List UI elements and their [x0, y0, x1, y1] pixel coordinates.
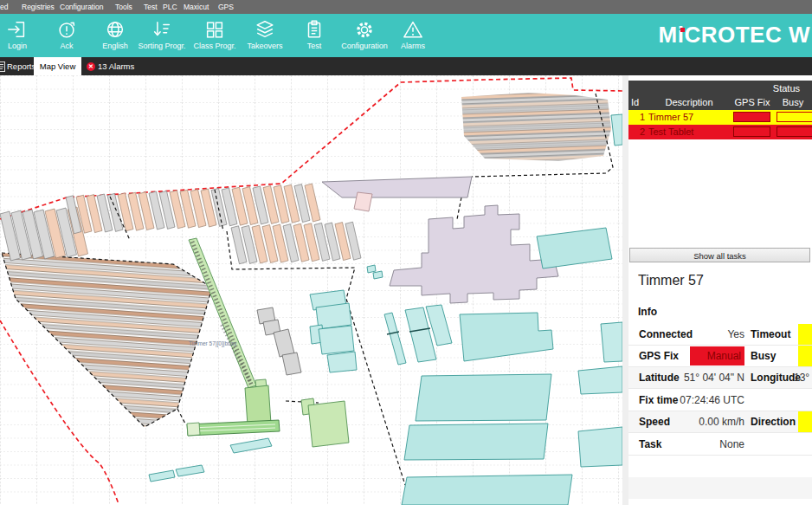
content-area: .pP{fill:#f3cfb8;stroke:#9c8270;stroke-w… — [0, 75, 812, 524]
sort-arrow-icon — [151, 18, 173, 41]
latitude-value: 51° 04' 04" N — [663, 372, 744, 384]
row-id: 1 — [628, 110, 645, 125]
tab-bar: Reports Map View ✕ 13 Alarms — [0, 57, 812, 75]
detail-row-latitude: Latitude 51° 04' 04" N Longitude 13° — [628, 367, 812, 389]
connected-value: Yes — [663, 328, 744, 340]
menu-item-registries[interactable]: Registries — [22, 3, 55, 11]
task-label: Task — [639, 438, 661, 450]
menu-item-configuration[interactable]: Configuration — [60, 3, 104, 11]
lumber-bars-cluster — [461, 93, 611, 161]
status-panel: Status Id Description GPS Fix Busy 1 Tim… — [628, 75, 812, 524]
task-value: None — [663, 438, 744, 450]
tab-reports[interactable]: Reports — [0, 57, 33, 75]
menu-item-plc[interactable]: PLC — [163, 3, 177, 11]
tab-map-view[interactable]: Map View — [34, 57, 81, 75]
tab-alarms[interactable]: ✕ 13 Alarms — [83, 57, 140, 75]
vehicle-table-header: Status Id Description GPS Fix Busy — [628, 81, 812, 110]
timeout-value-cell — [798, 324, 812, 345]
gps-fix-label: GPS Fix — [639, 350, 679, 362]
col-description: Description — [647, 97, 731, 107]
report-icon — [0, 61, 5, 72]
row-description: Test Tablet — [648, 125, 693, 139]
logo-red-dot — [680, 28, 685, 32]
menu-item-gps[interactable]: GPS — [218, 3, 234, 11]
warning-triangle-icon — [402, 18, 424, 41]
menu-item-test[interactable]: Test — [144, 3, 158, 11]
detail-row-fixtime: Fix time 07:24:46 UTC — [628, 390, 812, 411]
login-icon — [6, 18, 29, 41]
table-row-test-tablet[interactable]: 2 Test Tablet — [628, 125, 812, 139]
detail-row-speed: Speed 0.00 km/h Direction — [628, 411, 812, 433]
row-id: 2 — [628, 125, 645, 139]
tab-reports-label: Reports — [7, 61, 35, 71]
tab-alarms-label: 13 Alarms — [98, 61, 134, 71]
clipboard-icon — [303, 18, 325, 41]
direction-label: Direction — [751, 416, 796, 428]
busy-status-cell — [777, 126, 812, 137]
empty-row-stripe — [628, 477, 812, 499]
gps-fix-status-cell — [733, 112, 770, 122]
layers-icon — [254, 18, 276, 41]
busy-status-cell — [777, 112, 812, 122]
speed-value: 0.00 km/h — [663, 416, 744, 428]
info-section-label: Info — [638, 306, 657, 318]
timeout-label: Timeout — [751, 328, 790, 340]
tab-map-view-label: Map View — [40, 61, 76, 71]
show-all-tasks-button[interactable]: Show all tasks — [629, 248, 810, 262]
vehicle-label: Timmer 57|[0]|busy — [189, 340, 237, 347]
alarm-error-icon: ✕ — [87, 62, 95, 71]
longitude-value: 13° — [794, 372, 809, 384]
status-group-header: Status — [773, 83, 800, 94]
busy-value-cell — [798, 346, 812, 366]
menu-item-maxicut[interactable]: Maxicut — [184, 3, 209, 11]
map-panel-divider[interactable] — [622, 75, 628, 505]
fix-time-value: 07:24:46 UTC — [663, 394, 744, 406]
menu-bar: ed Registries Configuration Tools Test P… — [0, 0, 812, 14]
detail-row-connected: Connected Yes Timeout — [628, 324, 812, 346]
col-busy: Busy — [773, 97, 812, 107]
map-canvas[interactable]: .pP{fill:#f3cfb8;stroke:#9c8270;stroke-w… — [0, 75, 622, 505]
detail-row-gpsfix: GPS Fix Manual Busy — [628, 346, 812, 367]
menu-item-tools[interactable]: Tools — [115, 3, 132, 11]
alarms-button[interactable]: Alarms — [373, 18, 453, 50]
menu-item-cut[interactable]: ed — [0, 3, 8, 11]
col-gps-fix: GPS Fix — [731, 97, 773, 107]
toolbar: Login Ack English Sorting Progr. Class P… — [0, 14, 812, 57]
grid-squares-icon — [203, 18, 226, 41]
busy-label: Busy — [751, 350, 776, 362]
detail-row-task: Task None — [628, 434, 812, 456]
row-description: Timmer 57 — [648, 110, 693, 125]
alarms-label: Alarms — [373, 42, 453, 50]
gps-fix-status-cell — [733, 126, 770, 137]
direction-value-cell — [798, 411, 812, 432]
gps-fix-value-cell: Manual — [690, 346, 744, 366]
microtec-logo: MiCROTEC W — [659, 22, 810, 49]
table-row-timmer57[interactable]: 1 Timmer 57 — [628, 110, 812, 125]
detail-title: Timmer 57 — [638, 273, 704, 288]
col-id: Id — [631, 97, 639, 107]
